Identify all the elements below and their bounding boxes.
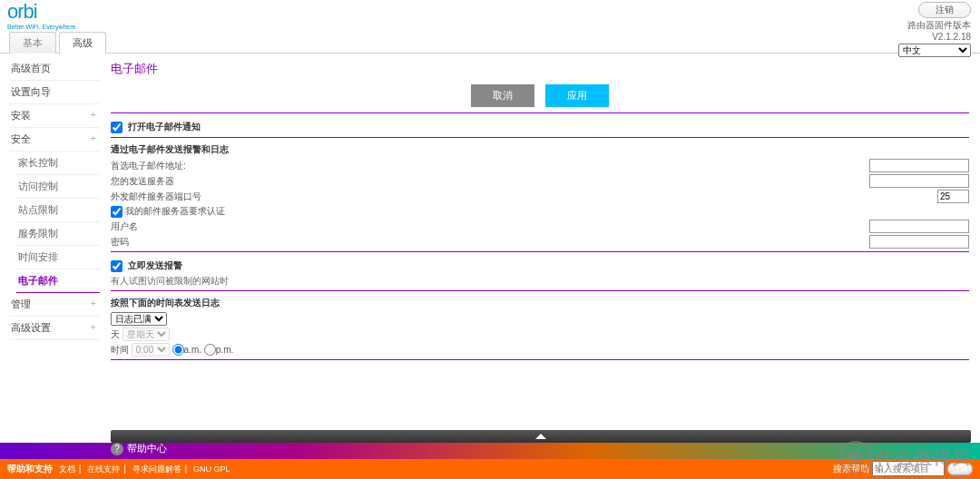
logo: orbi Better WiFi. Everywhere — [7, 0, 75, 30]
nav-email[interactable]: 电子邮件 — [16, 269, 100, 293]
am-label: a.m. — [184, 345, 201, 355]
content-area: 电子邮件 取消 应用 打开电子邮件通知 通过电子邮件发送报警和日志 首选电子邮件… — [102, 54, 980, 441]
user-label: 用户名 — [111, 220, 869, 233]
nav-block-sites[interactable]: 站点限制 — [16, 199, 100, 222]
language-select[interactable]: 中文 — [898, 44, 971, 57]
footer: 帮助和支持 文档| 在线支持| 寻求问题解答| GNU GPL 搜索帮助 搜索 — [0, 459, 980, 479]
nav-admin[interactable]: 管理 — [9, 293, 100, 317]
am-radio[interactable] — [172, 344, 184, 356]
tab-bar: 基本 高级 — [0, 32, 980, 54]
divider — [111, 290, 969, 291]
pass-input[interactable] — [869, 235, 969, 249]
auth-label: 我的邮件服务器要求认证 — [125, 205, 225, 218]
pm-radio[interactable] — [204, 344, 216, 356]
nav-install[interactable]: 安装 — [9, 104, 100, 128]
recipient-label: 首选电子邮件地址: — [111, 160, 869, 172]
day-select[interactable]: 星期天 — [122, 327, 170, 341]
footer-gpl[interactable]: GNU GPL — [193, 464, 230, 474]
server-input[interactable] — [869, 174, 969, 188]
nav-schedule[interactable]: 时间安排 — [16, 246, 100, 269]
footer-community[interactable]: 寻求问题解答 — [132, 464, 181, 474]
firmware-label: 路由器固件版本 — [898, 19, 971, 32]
time-label: 时间 — [111, 344, 129, 357]
cancel-button[interactable]: 取消 — [471, 84, 534, 107]
help-center[interactable]: ?帮助中心 — [111, 442, 167, 455]
nav-security[interactable]: 安全 — [9, 128, 100, 152]
divider — [111, 112, 969, 113]
schedule-select[interactable]: 日志已满 — [111, 312, 167, 326]
question-icon: ? — [111, 443, 123, 455]
tab-basic[interactable]: 基本 — [9, 32, 56, 54]
sidebar: 高级首页 设置向导 安装 安全 家长控制 访问控制 站点限制 服务限制 时间安排… — [0, 54, 102, 441]
footer-support[interactable]: 在线支持 — [87, 464, 120, 474]
recipient-input[interactable] — [869, 159, 969, 172]
enable-email-label: 打开电子邮件通知 — [128, 122, 201, 132]
nav-parental[interactable]: 家长控制 — [16, 152, 100, 175]
firmware-version: V2.1.2.18 — [898, 32, 971, 42]
user-input[interactable] — [869, 220, 969, 233]
collapse-toggle[interactable] — [111, 430, 971, 443]
nav-block-services[interactable]: 服务限制 — [16, 222, 100, 246]
port-label: 外发邮件服务器端口号 — [111, 191, 937, 203]
immediate-label: 立即发送报警 — [128, 260, 182, 270]
divider — [111, 359, 969, 360]
auth-checkbox[interactable] — [111, 206, 122, 218]
pass-label: 密码 — [111, 236, 869, 249]
immediate-checkbox[interactable] — [111, 260, 122, 272]
pm-label: p.m. — [216, 345, 233, 355]
divider — [111, 137, 969, 138]
tab-advanced[interactable]: 高级 — [59, 32, 106, 54]
page-title: 电子邮件 — [111, 57, 969, 83]
search-button[interactable]: 搜索 — [947, 463, 973, 475]
send-group-title: 通过电子邮件发送报警和日志 — [111, 142, 969, 158]
logo-tagline: Better WiFi. Everywhere — [7, 24, 75, 30]
time-select[interactable]: 0:00 — [132, 343, 170, 357]
nav-adv-setup[interactable]: 高级设置 — [9, 317, 100, 340]
logo-text: orbi — [7, 0, 75, 24]
nav-adv-home[interactable]: 高级首页 — [9, 57, 100, 81]
immediate-sub: 有人试图访问被限制的网站时 — [111, 274, 969, 288]
footer-help: 帮助和支持 — [7, 464, 53, 474]
search-input[interactable] — [872, 461, 945, 476]
port-input[interactable] — [937, 190, 969, 203]
nav-setup-wizard[interactable]: 设置向导 — [9, 81, 100, 104]
enable-email-checkbox[interactable] — [111, 122, 122, 133]
schedule-title: 按照下面的时间表发送日志 — [111, 295, 969, 311]
day-label: 天 — [111, 328, 120, 341]
footer-doc[interactable]: 文档 — [59, 464, 75, 474]
nav-access[interactable]: 访问控制 — [16, 175, 100, 199]
server-label: 您的发送服务器 — [111, 175, 869, 188]
logout-button[interactable]: 注销 — [918, 2, 971, 18]
apply-button[interactable]: 应用 — [545, 84, 609, 107]
search-help-label: 搜索帮助 — [833, 464, 869, 474]
divider — [111, 251, 969, 252]
